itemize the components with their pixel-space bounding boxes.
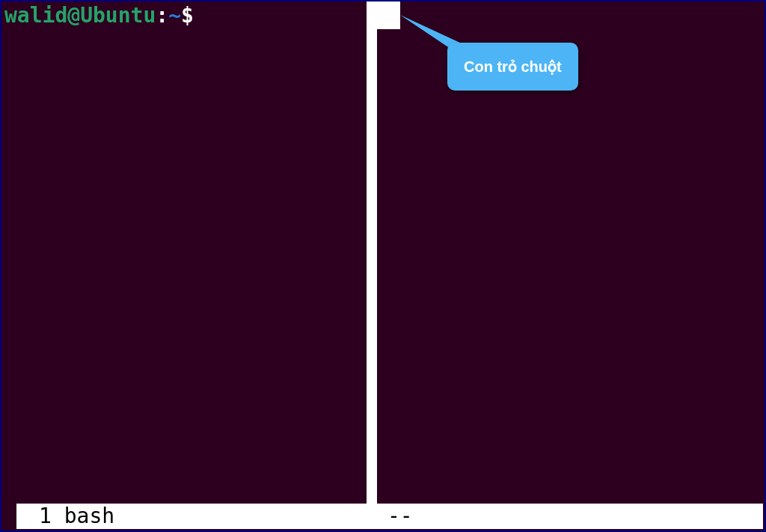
status-indicator-area: -- <box>377 504 763 529</box>
status-divider <box>367 504 377 529</box>
status-bar: 1 bash -- <box>16 504 763 529</box>
status-process-name: bash <box>64 504 114 528</box>
prompt-path: ~ <box>168 3 181 28</box>
annotation-callout: Con trỏ chuột <box>447 43 578 91</box>
prompt-dollar: $ <box>181 3 194 28</box>
pane-divider <box>367 1 377 504</box>
status-window-info: 1 bash <box>16 504 367 529</box>
cursor-block <box>367 1 400 29</box>
prompt-user-host: walid@Ubuntu <box>4 3 156 28</box>
status-window-number: 1 <box>39 504 52 528</box>
callout-text: Con trỏ chuột <box>464 58 562 75</box>
terminal-area[interactable]: walid@Ubuntu:~$ Con trỏ chuột <box>1 1 765 504</box>
prompt-colon: : <box>156 3 168 28</box>
status-indicator: -- <box>387 504 413 528</box>
